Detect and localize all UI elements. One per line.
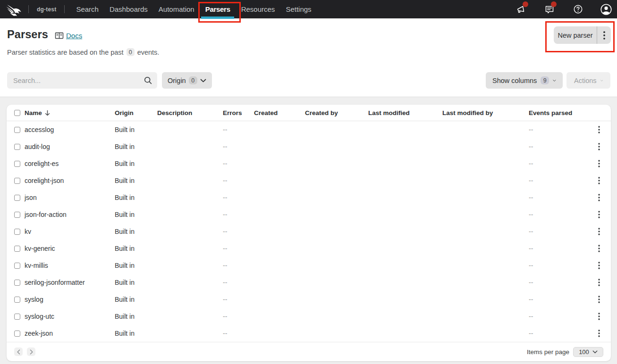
row-menu-button[interactable] xyxy=(587,296,611,303)
row-checkbox[interactable] xyxy=(14,331,20,337)
kebab-icon xyxy=(598,126,600,133)
nav-item-automation[interactable]: Automation xyxy=(153,0,200,18)
cell-events-parsed: -- xyxy=(529,177,587,184)
nav-item-settings[interactable]: Settings xyxy=(280,0,317,18)
column-header-created-by[interactable]: Created by xyxy=(305,109,368,116)
column-header-origin[interactable]: Origin xyxy=(115,109,157,116)
kebab-icon xyxy=(598,143,600,150)
docs-link[interactable]: Docs xyxy=(55,32,82,40)
row-checkbox[interactable] xyxy=(14,195,20,201)
select-all-checkbox[interactable] xyxy=(14,110,20,116)
cell-name[interactable]: corelight-json xyxy=(25,177,115,184)
new-parser-menu-button[interactable] xyxy=(597,26,611,44)
cell-errors: -- xyxy=(223,194,254,201)
column-header-label: Events parsed xyxy=(529,109,572,116)
search-input[interactable] xyxy=(7,72,157,89)
cell-name[interactable]: zeek-json xyxy=(25,330,115,337)
row-menu-button[interactable] xyxy=(587,313,611,320)
cell-errors: -- xyxy=(223,126,254,133)
cell-origin: Built in xyxy=(115,228,157,235)
cell-name[interactable]: kv-millis xyxy=(25,262,115,269)
kebab-icon xyxy=(603,31,605,40)
actions-button[interactable]: Actions xyxy=(566,72,610,89)
column-header-created[interactable]: Created xyxy=(254,109,305,116)
table-row-corelight-es: corelight-esBuilt in---- xyxy=(7,155,611,172)
content-section: NameOriginDescriptionErrorsCreatedCreate… xyxy=(0,97,617,364)
cell-name[interactable]: syslog xyxy=(25,296,115,303)
column-header-label: Name xyxy=(25,109,42,116)
cell-name[interactable]: audit-log xyxy=(25,143,115,150)
docs-link-label[interactable]: Docs xyxy=(66,32,82,40)
cell-name[interactable]: accesslog xyxy=(25,126,115,133)
cell-origin: Built in xyxy=(115,296,157,303)
nav-item-resources[interactable]: Resources xyxy=(236,0,280,18)
cell-name[interactable]: json xyxy=(25,194,115,201)
row-checkbox[interactable] xyxy=(14,297,20,303)
nav-item-label: Settings xyxy=(286,5,311,13)
row-checkbox[interactable] xyxy=(14,212,20,218)
column-header-events-parsed[interactable]: Events parsed xyxy=(529,109,587,116)
row-menu-button[interactable] xyxy=(587,143,611,150)
nav-item-search[interactable]: Search xyxy=(71,0,104,18)
row-menu-button[interactable] xyxy=(587,279,611,286)
column-header-label: Last modified xyxy=(368,109,410,116)
column-header-errors[interactable]: Errors xyxy=(223,109,254,116)
cell-name[interactable]: corelight-es xyxy=(25,160,115,167)
new-parser-button[interactable]: New parser xyxy=(554,26,597,44)
subtitle-text: events. xyxy=(137,49,160,56)
row-menu-button[interactable] xyxy=(587,126,611,133)
nav-item-dashboards[interactable]: Dashboards xyxy=(104,0,153,18)
column-header-last-modified[interactable]: Last modified xyxy=(368,109,442,116)
cell-origin: Built in xyxy=(115,211,157,218)
row-menu-button[interactable] xyxy=(587,194,611,201)
row-checkbox[interactable] xyxy=(14,178,20,184)
cell-events-parsed: -- xyxy=(529,126,587,133)
row-checkbox[interactable] xyxy=(14,161,20,167)
account-icon[interactable] xyxy=(600,4,612,15)
cell-name[interactable]: json-for-action xyxy=(25,211,115,218)
row-checkbox[interactable] xyxy=(14,144,20,150)
items-per-page-value: 100 xyxy=(579,348,589,356)
row-checkbox[interactable] xyxy=(14,246,20,252)
column-header-last-modified-by[interactable]: Last modified by xyxy=(442,109,529,116)
feedback-icon[interactable] xyxy=(544,4,555,15)
page-title: Parsers xyxy=(7,28,48,41)
column-header-label: Origin xyxy=(115,109,134,116)
row-checkbox[interactable] xyxy=(14,314,20,320)
table-row-syslog: syslogBuilt in---- xyxy=(7,291,611,308)
show-columns-button[interactable]: Show columns 9 xyxy=(486,72,563,89)
row-menu-button[interactable] xyxy=(587,245,611,252)
nav-item-parsers[interactable]: Parsers xyxy=(200,0,236,18)
search-box xyxy=(7,72,157,89)
nav-item-label: Resources xyxy=(241,5,275,13)
help-icon[interactable] xyxy=(572,4,583,15)
row-menu-button[interactable] xyxy=(587,228,611,235)
row-checkbox[interactable] xyxy=(14,127,20,133)
previous-page-button[interactable] xyxy=(14,347,23,356)
row-menu-button[interactable] xyxy=(587,177,611,184)
cell-origin: Built in xyxy=(115,143,157,150)
column-header-description[interactable]: Description xyxy=(157,109,223,116)
next-page-button[interactable] xyxy=(27,347,35,356)
row-checkbox[interactable] xyxy=(14,263,20,269)
cell-name[interactable]: kv-generic xyxy=(25,245,115,252)
cell-errors: -- xyxy=(223,279,254,286)
row-checkbox[interactable] xyxy=(14,229,20,235)
org-label[interactable]: dg-test xyxy=(37,6,56,13)
items-per-page-select[interactable]: 100 xyxy=(573,347,603,357)
items-per-page-label: Items per page xyxy=(527,348,569,356)
row-menu-button[interactable] xyxy=(587,160,611,167)
cell-name[interactable]: syslog-utc xyxy=(25,313,115,320)
active-tab-underline xyxy=(201,17,234,19)
cell-errors: -- xyxy=(223,143,254,150)
origin-filter-button[interactable]: Origin 0 xyxy=(162,72,212,89)
column-header-name[interactable]: Name xyxy=(25,109,115,116)
row-menu-button[interactable] xyxy=(587,330,611,337)
row-menu-button[interactable] xyxy=(587,211,611,218)
row-checkbox[interactable] xyxy=(14,280,20,286)
row-menu-button[interactable] xyxy=(587,262,611,269)
cell-origin: Built in xyxy=(115,330,157,337)
announcements-icon[interactable] xyxy=(516,4,527,15)
cell-name[interactable]: kv xyxy=(25,228,115,235)
cell-name[interactable]: serilog-jsonformatter xyxy=(25,279,115,286)
